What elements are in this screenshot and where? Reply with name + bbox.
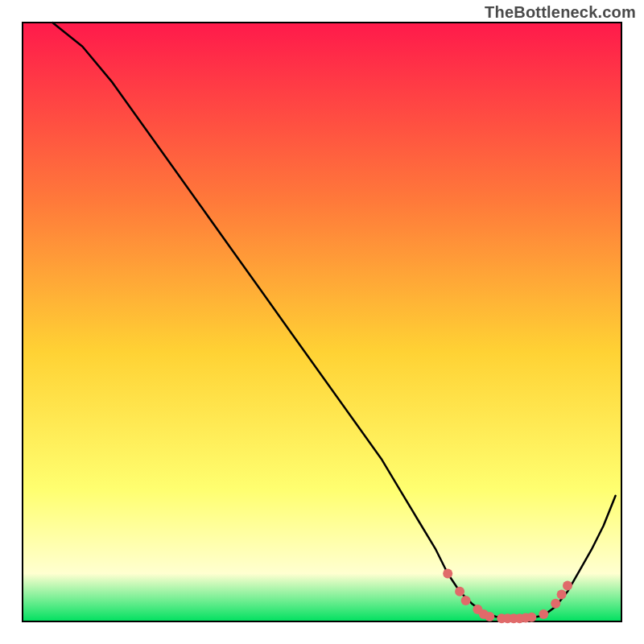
highlight-dot <box>485 612 494 621</box>
chart-frame: TheBottleneck.com <box>0 0 644 644</box>
highlight-dot <box>551 599 560 609</box>
highlight-dot <box>455 587 464 597</box>
highlight-dot <box>557 590 567 600</box>
highlight-dot <box>526 613 536 622</box>
highlight-dot <box>563 580 572 590</box>
highlight-dot <box>443 569 452 579</box>
highlight-dot <box>461 596 471 605</box>
highlight-dot <box>539 609 548 619</box>
plot-background <box>23 23 621 621</box>
chart-svg <box>0 0 644 644</box>
